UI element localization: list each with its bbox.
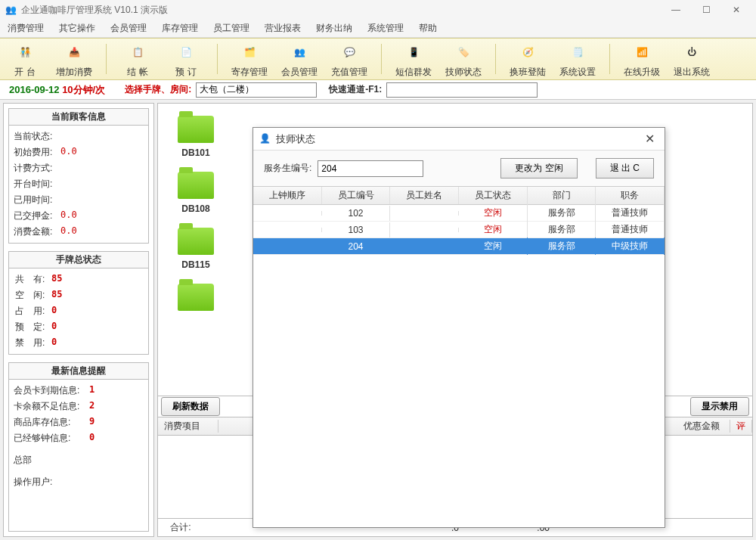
table-row[interactable]: 103空闲服务部普通技师: [253, 222, 665, 238]
room-select[interactable]: [196, 82, 317, 98]
tool-label: 退出系统: [674, 66, 710, 79]
table-col: 职务: [596, 187, 665, 204]
tool-icon: 👥: [287, 40, 311, 64]
window-titlebar: 👥 企业通咖啡厅管理系统 V10.1 演示版 — ☐ ✕: [0, 0, 756, 20]
tool-button[interactable]: 🏷️技师状态: [445, 40, 482, 79]
change-to-idle-button[interactable]: 更改为 空闲: [500, 158, 577, 178]
table-col: 部门: [528, 187, 596, 204]
tool-button[interactable]: ⏻退出系统: [674, 40, 710, 79]
tool-label: 充值管理: [331, 66, 367, 79]
folder-icon: [178, 172, 214, 199]
status-panel-title: 手牌总状态: [9, 252, 148, 268]
tool-button[interactable]: 📥增加消费: [56, 40, 92, 79]
tool-icon: 📱: [401, 40, 426, 64]
tool-button[interactable]: 👥会员管理: [281, 40, 318, 79]
show-disabled-button[interactable]: 显示禁用: [690, 397, 749, 416]
guest-info-row: 已交押金:0.0: [14, 208, 144, 224]
tool-button[interactable]: 🗒️系统设置: [559, 40, 596, 79]
tool-button[interactable]: 🧑‍🤝‍🧑开 台: [8, 40, 42, 79]
exit-button[interactable]: 退 出 C: [596, 158, 654, 178]
window-title: 企业通咖啡厅管理系统 V10.1 演示版: [21, 4, 661, 17]
tool-icon: 🧑‍🤝‍🧑: [13, 40, 37, 64]
status-panel: 手牌总状态 共有:85空闲:85占用:0预定:0禁用:0: [8, 251, 149, 355]
minimize-button[interactable]: —: [661, 1, 691, 19]
tool-button[interactable]: 📄预 订: [169, 40, 203, 79]
room-folder[interactable]: DB108: [173, 172, 218, 214]
tool-button[interactable]: 🗂️寄存管理: [231, 40, 268, 79]
menu-item[interactable]: 财务出纳: [313, 20, 355, 36]
tool-icon: ⏻: [680, 40, 704, 64]
close-button[interactable]: ✕: [721, 1, 751, 19]
quick-channel-label: 快速通道-F1:: [329, 83, 382, 96]
filter-row: 2016-09-12 10分钟/次 选择手牌、房间: 快速通道-F1:: [0, 80, 756, 100]
guest-info-row: 消费金额:0.0: [14, 224, 144, 240]
tool-button[interactable]: 📋结 帐: [120, 40, 155, 79]
tool-label: 在线升级: [624, 66, 660, 79]
table-col: 员工编号: [322, 187, 391, 204]
tool-label: 技师状态: [445, 66, 482, 79]
table-col: 员工状态: [459, 187, 528, 204]
dialog-titlebar: 👤 技师状态 ✕: [253, 128, 665, 151]
sum-label: 合计:: [158, 521, 203, 534]
tool-label: 短信群发: [395, 66, 432, 79]
menu-item[interactable]: 消费管理: [5, 20, 47, 36]
menu-item[interactable]: 会员管理: [107, 20, 150, 36]
alert-row: 卡余额不足信息:2: [14, 399, 144, 414]
menubar: 消费管理其它操作会员管理库存管理员工管理营业报表财务出纳系统管理帮助: [0, 20, 756, 38]
dialog-toolbar: 服务生编号: 更改为 空闲 退 出 C: [253, 151, 665, 187]
tool-button[interactable]: 💬充值管理: [331, 40, 367, 79]
room-folder[interactable]: DB115: [173, 228, 218, 270]
tool-label: 会员管理: [281, 66, 318, 79]
waiter-id-input[interactable]: [318, 160, 423, 177]
dialog-close-button[interactable]: ✕: [640, 130, 658, 148]
tool-label: 系统设置: [559, 66, 596, 79]
quick-channel-input[interactable]: [386, 82, 538, 98]
col-review: 评: [730, 420, 752, 433]
dialog-icon: 👤: [259, 133, 271, 145]
table-row[interactable]: 102空闲服务部普通技师: [253, 205, 665, 222]
tool-label: 开 台: [14, 66, 35, 79]
menu-item[interactable]: 系统管理: [364, 20, 407, 36]
guest-info-panel: 当前顾客信息 当前状态:初始费用:0.0计费方式:开台时间:已用时间:已交押金:…: [8, 108, 149, 244]
tool-button[interactable]: 🧭换班登陆: [510, 40, 546, 79]
dialog-title: 技师状态: [276, 132, 640, 146]
tool-label: 预 订: [175, 66, 196, 79]
tool-button[interactable]: 📶在线升级: [624, 40, 660, 79]
technician-status-dialog: 👤 技师状态 ✕ 服务生编号: 更改为 空闲 退 出 C 上钟顺序员工编号员工姓…: [253, 127, 665, 528]
technician-table-header: 上钟顺序员工编号员工姓名员工状态部门职务: [253, 187, 665, 205]
tool-icon: 🏷️: [451, 40, 476, 64]
refresh-button[interactable]: 刷新数据: [161, 397, 220, 416]
folder-icon: [178, 228, 214, 255]
menu-item[interactable]: 营业报表: [262, 20, 304, 36]
menu-item[interactable]: 帮助: [416, 20, 440, 36]
app-icon: 👥: [5, 4, 17, 16]
main-toolbar: 🧑‍🤝‍🧑开 台📥增加消费📋结 帐📄预 订🗂️寄存管理👥会员管理💬充值管理📱短信…: [0, 38, 756, 80]
alert-panel: 最新信息提醒 会员卡到期信息:1卡余额不足信息:2商品库存信息:9已经够钟信息:…: [8, 362, 149, 532]
guest-info-row: 初始费用:0.0: [14, 144, 144, 160]
guest-info-row: 已用时间:: [14, 192, 144, 208]
room-folder[interactable]: DB101: [173, 116, 218, 158]
tool-icon: 🗂️: [237, 40, 262, 64]
guest-info-title: 当前顾客信息: [9, 109, 148, 126]
tool-icon: 📋: [125, 40, 150, 64]
col-consume-item: 消费项目: [158, 420, 218, 433]
tool-label: 增加消费: [56, 66, 92, 79]
tool-icon: 📥: [62, 40, 86, 64]
menu-item[interactable]: 库存管理: [159, 20, 201, 36]
guest-info-row: 计费方式:: [14, 160, 144, 176]
tool-label: 寄存管理: [231, 66, 268, 79]
tool-icon: 💬: [337, 40, 361, 64]
tool-button[interactable]: 📱短信群发: [395, 40, 432, 79]
table-col: 上钟顺序: [253, 187, 322, 204]
tool-icon: 🧭: [516, 40, 540, 64]
guest-info-row: 当前状态:: [14, 129, 144, 144]
maximize-button[interactable]: ☐: [691, 1, 721, 19]
menu-item[interactable]: 员工管理: [210, 20, 253, 36]
table-row[interactable]: 204空闲服务部中级技师: [253, 238, 665, 255]
folder-label: DB108: [181, 203, 209, 214]
tool-icon: 🗒️: [565, 40, 590, 64]
alert-row: 会员卡到期信息:1: [14, 383, 144, 399]
folder-icon: [178, 116, 214, 143]
room-folder[interactable]: [173, 284, 218, 315]
menu-item[interactable]: 其它操作: [56, 20, 98, 36]
